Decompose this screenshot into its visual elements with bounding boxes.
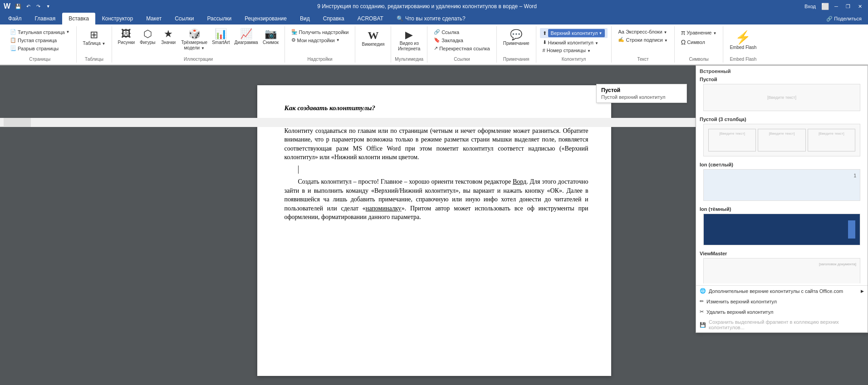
footer-button[interactable]: ⬇ Нижний колонтитул ▼ <box>540 39 608 46</box>
tab-mailings[interactable]: Рассылки <box>201 13 238 24</box>
symbol-icon: Ω <box>681 39 686 46</box>
tab-acrobat[interactable]: ACROBAT <box>351 13 390 24</box>
remove-header-button[interactable]: ✂ Удалить верхний колонтитул <box>696 307 868 317</box>
tab-references[interactable]: Ссылки <box>168 13 200 24</box>
tab-home[interactable]: Главная <box>29 13 62 24</box>
dropdown-item-viewmaster[interactable]: ViewMaster [заголовок документа] <box>696 249 868 283</box>
screenshot-icon: 📷 <box>265 29 277 39</box>
customize-qs-icon[interactable]: ▼ <box>44 2 52 10</box>
links-group-label: Ссылки <box>454 56 470 63</box>
edit-header-icon: ✏ <box>700 298 704 304</box>
tab-design[interactable]: Конструктор <box>96 13 139 24</box>
pictures-button[interactable]: 🖼 Рисунки <box>116 28 137 46</box>
symbol-button[interactable]: Ω Символ <box>678 38 720 47</box>
tab-layout[interactable]: Макет <box>140 13 168 24</box>
quick-parts-button[interactable]: Aa Экспресс-блоки ▼ <box>615 28 670 35</box>
dropdown-item-empty[interactable]: Пустой [Введите текст] <box>696 75 868 115</box>
tab-insert[interactable]: Вставка <box>62 13 95 24</box>
dropdown-preview-ion-light: 1 <box>703 169 860 201</box>
search-icon: 🔍 <box>397 15 403 22</box>
ribbon-content: 📄 Титульная страница ▼ 📋 Пустая страница… <box>0 24 868 65</box>
screenshot-button[interactable]: 📷 Снимок <box>261 28 281 46</box>
dropdown-section-builtin: Встроенный <box>696 66 868 75</box>
word-icon: W <box>4 2 10 10</box>
tab-file[interactable]: Файл <box>2 13 28 24</box>
dropdown-item-ion-light[interactable]: Ion (светлый) 1 <box>696 160 868 205</box>
tab-help[interactable]: Справка <box>317 13 351 24</box>
online-video-button[interactable]: ▶ Видео изИнтернета <box>395 28 423 54</box>
header-dropdown-panel: Встроенный Пустой [Введите текст] Пустой… <box>696 65 868 333</box>
ribbon-tabs: Файл Главная Вставка Конструктор Макет С… <box>0 13 868 24</box>
bookmark-button[interactable]: 🔖 Закладка <box>431 36 493 44</box>
dropdown-item-ion-dark[interactable]: Ion (тёмный) <box>696 205 868 249</box>
3d-models-icon: 🎲 <box>188 29 201 39</box>
chart-button[interactable]: 📈 Диаграмма <box>233 28 260 46</box>
title-page-icon: 📄 <box>10 29 16 35</box>
dropdown-preview-3col: [Введите текст] [Введите текст] [Введите… <box>703 124 860 156</box>
tab-search[interactable]: 🔍 Что вы хотите сделать? <box>390 13 472 24</box>
ribbon: Файл Главная Вставка Конструктор Макет С… <box>0 13 868 65</box>
smartart-icon: 📊 <box>215 29 227 39</box>
page-number-button[interactable]: # Номер страницы ▼ <box>540 47 608 54</box>
equation-button[interactable]: π Уравнение ▼ <box>678 28 720 37</box>
doc-link-word[interactable]: Ворд <box>513 178 526 185</box>
blank-page-button[interactable]: 📋 Пустая страница <box>7 36 73 44</box>
save-header-button: 💾 Сохранить выделенный фрагмент в коллек… <box>696 317 868 332</box>
ribbon-group-illustrations: 🖼 Рисунки ⬡ Фигуры ★ Значки 🎲 Трёхмерные… <box>112 26 284 63</box>
equation-icon: π <box>681 29 686 36</box>
doc-link-reminder[interactable]: напоминалку <box>366 205 402 212</box>
more-headers-button[interactable]: 🌐 Дополнительные верхние колонтитулы с с… <box>696 286 868 296</box>
dropdown-preview-viewmaster: [заголовок документа] <box>703 258 860 283</box>
embed-flash-button[interactable]: ⚡ Embed Flash <box>727 28 759 52</box>
close-button[interactable]: ✕ <box>855 2 864 11</box>
link-icon: 🔗 <box>434 29 440 35</box>
smartart-button[interactable]: 📊 SmartArt <box>210 28 231 46</box>
ribbon-group-pages: 📄 Титульная страница ▼ 📋 Пустая страница… <box>4 26 77 63</box>
doc-paragraph-2: Создать колонтитул – просто! Главное – х… <box>284 177 588 222</box>
page-number-icon: # <box>543 48 545 53</box>
dropdown-scroll-area[interactable]: Встроенный Пустой [Введите текст] Пустой… <box>696 66 868 283</box>
header-button[interactable]: ⬆ Верхний колонтитул ▼ <box>540 28 608 38</box>
sign-in-button[interactable]: Вход <box>802 3 819 10</box>
cross-ref-button[interactable]: ↗ Перекрестная ссылка <box>431 44 493 52</box>
page-break-button[interactable]: 📃 Разрыв страницы <box>7 44 73 52</box>
wikipedia-button[interactable]: W Википедия <box>359 28 387 49</box>
link-button[interactable]: 🔗 Ссылка <box>431 28 493 36</box>
ribbon-group-embedflash: ⚡ Embed Flash Embed Flash <box>723 26 763 63</box>
header-dropdown-trigger[interactable]: Верхний колонтитул ▼ <box>548 29 605 37</box>
share-button[interactable]: 🔗 Поделиться <box>822 13 866 24</box>
ribbon-group-addins: 🏪 Получить надстройки ⚙ Мои надстройки ▼… <box>285 26 356 63</box>
embed-flash-icon: ⚡ <box>735 30 751 45</box>
tab-review[interactable]: Рецензирование <box>238 13 293 24</box>
undo-qs-icon[interactable]: ↶ <box>24 2 32 10</box>
bookmark-icon: 🔖 <box>434 37 440 43</box>
signature-line-button[interactable]: ✍ Строки подписи ▼ <box>615 36 670 44</box>
redo-qs-icon[interactable]: ↷ <box>34 2 42 10</box>
ribbon-group-links: 🔗 Ссылка 🔖 Закладка ↗ Перекрестная ссылк… <box>427 26 497 63</box>
doc-heading: Как создавать колонтитулы? <box>284 103 588 113</box>
tab-view[interactable]: Вид <box>294 13 316 24</box>
3d-models-button[interactable]: 🎲 Трёхмерныемодели ▼ <box>179 28 209 52</box>
text-group-label: Текст <box>637 56 648 63</box>
save-qs-icon[interactable]: 💾 <box>14 2 22 10</box>
edit-header-button[interactable]: ✏ Изменить верхний колонтитул <box>696 296 868 307</box>
shapes-button[interactable]: ⬡ Фигуры <box>137 28 157 46</box>
tables-group-label: Таблицы <box>85 56 103 63</box>
dropdown-footer: 🌐 Дополнительные верхние колонтитулы с с… <box>696 285 868 332</box>
get-addins-button[interactable]: 🏪 Получить надстройки <box>289 28 352 36</box>
my-addins-button[interactable]: ⚙ Мои надстройки ▼ <box>289 36 352 44</box>
my-addins-icon: ⚙ <box>291 37 296 43</box>
document-page: Как создавать колонтитулы? Работать с ко… <box>257 85 611 376</box>
ribbon-group-headerfooter: ⬆ Верхний колонтитул ▼ ⬇ Нижний колонтит… <box>536 26 612 63</box>
restore-button[interactable]: ❐ <box>843 2 853 11</box>
pictures-icon: 🖼 <box>121 29 131 39</box>
ribbon-display-icon[interactable]: ⬜ <box>821 3 829 10</box>
dropdown-item-3col[interactable]: Пустой (3 столбца) [Введите текст] [Введ… <box>696 115 868 160</box>
icons-button[interactable]: ★ Значки <box>158 28 178 46</box>
title-bar: W 💾 ↶ ↷ ▼ 9 Инструкция по созданию, реда… <box>0 0 868 13</box>
title-page-button[interactable]: 📄 Титульная страница ▼ <box>7 28 73 36</box>
comment-button[interactable]: 💬 Примечание <box>500 28 532 48</box>
page-break-icon: 📃 <box>10 45 16 51</box>
table-button[interactable]: ⊞ Таблица ▼ <box>80 28 108 48</box>
minimize-button[interactable]: ─ <box>832 2 841 11</box>
